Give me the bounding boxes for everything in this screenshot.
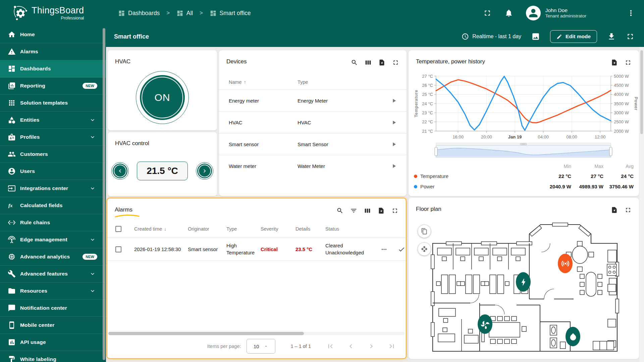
thingsboard-logo[interactable]: ThingsBoard Professional [0, 5, 97, 21]
slider-right-handle[interactable] [609, 147, 612, 156]
hvac-control-widget: HVAC control 21.5 °C [108, 132, 217, 196]
sidebar-item-home[interactable]: Home [0, 26, 106, 43]
first-page-icon[interactable] [326, 342, 334, 350]
more-actions-icon[interactable] [380, 246, 388, 253]
acknowledge-check-icon[interactable] [398, 246, 405, 253]
sidebar-item-advanced-features[interactable]: Advanced features [0, 265, 106, 283]
edit-mode-button[interactable]: Edit mode [550, 30, 597, 43]
alarms-col-severity[interactable]: Severity [261, 226, 296, 232]
manage-layouts-icon[interactable] [531, 32, 540, 41]
legend-item-power[interactable]: Power [414, 181, 539, 192]
alarms-col-type[interactable]: Type [226, 226, 261, 232]
fullscreen-icon[interactable] [391, 207, 398, 214]
legend-item-temperature[interactable]: Temperature [414, 171, 539, 181]
slider-left-handle[interactable] [435, 147, 437, 156]
scrollbar-thumb[interactable] [640, 50, 643, 134]
decrease-temperature-button[interactable] [111, 162, 129, 180]
sidebar-item-integrations-center[interactable]: Integrations center [0, 180, 106, 197]
user-info[interactable]: John Doe Tenant administrator [545, 7, 586, 19]
reporting-icon [8, 82, 16, 90]
timewindow-button[interactable]: Realtime - last 1 day [462, 33, 521, 40]
sidebar-item-calculated-fields[interactable]: fxCalculated fields [0, 197, 106, 214]
export-icon[interactable] [611, 59, 618, 66]
sidebar-item-notification-center[interactable]: Notification center [0, 300, 106, 317]
kebab-menu-icon[interactable] [627, 9, 635, 17]
hvac-power-button[interactable]: ON [140, 75, 185, 120]
device-row[interactable]: HVAC HVAC [219, 112, 407, 133]
scrollbar-thumb[interactable] [108, 332, 304, 335]
export-icon[interactable] [378, 207, 385, 214]
sidebar-item-edge-management[interactable]: Edge management [0, 231, 106, 248]
device-row[interactable]: Smart sensor Smart Sensor [219, 133, 407, 155]
chart-legend: Min Max Avg Temperature 22 °C 27 °C 24 °… [414, 162, 634, 192]
download-icon[interactable] [607, 32, 616, 41]
devices-col-type[interactable]: Type [298, 79, 384, 85]
sidebar-scrollbar[interactable] [103, 28, 105, 360]
columns-icon[interactable] [365, 59, 372, 66]
water-meter-marker[interactable] [566, 327, 580, 346]
breadcrumb-all[interactable]: All [176, 10, 193, 17]
energy-meter-marker[interactable] [516, 272, 531, 292]
layers-button[interactable] [418, 225, 431, 238]
next-page-icon[interactable] [367, 342, 375, 350]
export-icon[interactable] [378, 59, 385, 66]
user-name: John Doe [545, 7, 586, 13]
sidebar-item-white-labeling[interactable]: White labeling [0, 351, 106, 362]
sidebar-item-rule-chains[interactable]: Rule chains [0, 214, 106, 231]
sidebar-item-reporting[interactable]: ReportingNEW [0, 77, 106, 95]
alarm-row-checkbox[interactable] [115, 246, 121, 252]
device-details-play-icon[interactable] [391, 98, 397, 104]
filter-icon[interactable] [350, 207, 357, 214]
search-icon[interactable] [351, 59, 358, 66]
legend-avg-header: Avg [603, 162, 634, 171]
notifications-bell-icon[interactable] [504, 9, 513, 17]
alarms-col-details[interactable]: Details [296, 226, 325, 232]
sidebar-item-entities[interactable]: Entities [0, 112, 106, 129]
export-icon[interactable] [611, 206, 618, 214]
increase-temperature-button[interactable] [196, 162, 213, 180]
alarms-col-status[interactable]: Status [325, 226, 376, 232]
last-page-icon[interactable] [388, 342, 396, 350]
sidebar-item-advanced-analytics[interactable]: Advanced analyticsNEW [0, 248, 106, 265]
power-max: 4989.93 W [571, 184, 603, 189]
device-row[interactable]: Energy meter Energy Meter [219, 90, 407, 112]
sidebar-item-resources[interactable]: Resources [0, 283, 106, 300]
temperature-max: 27 °C [571, 173, 603, 179]
alarms-col-created-time[interactable]: Created time↓ [134, 226, 188, 232]
sidebar-item-dashboards[interactable]: Dashboards [0, 60, 106, 77]
sidebar-item-users[interactable]: Users [0, 163, 106, 180]
sidebar-item-solution-templates[interactable]: Solution templates [0, 95, 106, 112]
breadcrumb-dashboards[interactable]: Dashboards [118, 10, 160, 17]
device-details-play-icon[interactable] [391, 119, 397, 126]
fullscreen-icon[interactable] [483, 9, 492, 17]
breadcrumb-smart-office[interactable]: Smart office [210, 10, 251, 17]
sidebar-item-profiles[interactable]: Profiles [0, 129, 106, 146]
device-row[interactable]: Water meter Water Meter [219, 155, 407, 177]
smart-sensor-marker[interactable] [558, 254, 573, 273]
search-icon[interactable] [336, 207, 343, 214]
dashboards-icon [8, 65, 16, 73]
chart-zoom-slider[interactable] [409, 143, 639, 159]
select-all-checkbox[interactable] [115, 226, 121, 232]
hvac-marker[interactable] [478, 314, 492, 334]
page-scrollbar[interactable] [639, 47, 644, 362]
columns-icon[interactable] [364, 207, 371, 214]
previous-page-icon[interactable] [347, 342, 355, 350]
device-details-play-icon[interactable] [391, 163, 397, 169]
device-details-play-icon[interactable] [391, 141, 397, 147]
devices-col-name[interactable]: Name↑ [229, 79, 298, 85]
sidebar-item-api-usage[interactable]: API usage [0, 334, 106, 351]
fullscreen-icon[interactable] [625, 206, 632, 214]
items-per-page-select[interactable]: 10 [247, 339, 275, 354]
pan-button[interactable] [418, 242, 431, 256]
fullscreen-icon[interactable] [392, 59, 399, 66]
fullscreen-icon[interactable] [626, 32, 635, 41]
avatar[interactable] [526, 6, 541, 20]
alarm-row[interactable]: 2026-01-19 12:58:30 Smart sensor High Te… [107, 238, 406, 261]
sidebar-item-mobile-center[interactable]: Mobile center [0, 317, 106, 334]
sidebar-item-customers[interactable]: Customers [0, 146, 106, 163]
fullscreen-icon[interactable] [625, 59, 632, 66]
sidebar-item-alarms[interactable]: Alarms [0, 43, 106, 60]
alarms-col-originator[interactable]: Originator [188, 226, 226, 232]
target-temperature-value[interactable]: 21.5 °C [137, 162, 188, 180]
